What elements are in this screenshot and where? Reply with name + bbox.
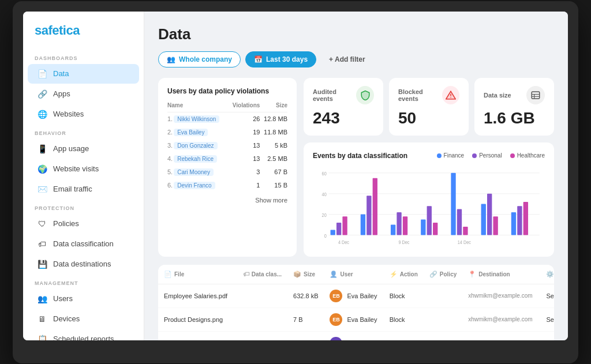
table-row: 6.Devin Franco 1 15 B <box>167 179 287 192</box>
table-row: Employee Salaries.pdf 632.8 kB EB Eva Ba… <box>158 284 554 307</box>
col-violations: Violations <box>228 102 260 112</box>
chart-svg: 60402004 Dec9 Dec14 Dec <box>313 167 545 247</box>
metric-label-datasize: Data size <box>484 92 511 99</box>
cell-destination: eva.bailey@personal.com <box>462 331 540 340</box>
company-filter-label: Whole company <box>179 55 232 63</box>
file-col-icon: 📄 <box>164 271 172 277</box>
svg-rect-2 <box>532 92 540 99</box>
svg-text:14 Dec: 14 Dec <box>458 239 471 245</box>
sidebar-item-label-website-visits: Website visits <box>53 164 99 173</box>
user-name: Rebekah... <box>347 340 377 340</box>
table-row: Product Designs.png 7 B EB Eva Bailey Bl… <box>158 307 554 331</box>
sidebar-item-devices[interactable]: 🖥 Devices <box>28 309 139 329</box>
legend-item-personal: Personal <box>472 152 502 159</box>
user-cell: EB Eva Bailey <box>330 313 377 326</box>
col-header-operation: ⚙️Operation <box>540 265 554 284</box>
cell-user: EB Eva Bailey <box>324 284 383 307</box>
date-filter-label: Last 30 days <box>266 55 308 63</box>
cell-destination: xhwmikm@example.com <box>462 284 540 307</box>
date-filter-button[interactable]: 📅 Last 30 days <box>245 51 316 67</box>
sidebar-item-website-visits[interactable]: 🌍 Website visits <box>28 159 139 179</box>
user-name: Eva Bailey <box>347 316 377 323</box>
policies-icon: 🛡 <box>37 219 47 229</box>
metric-value-datasize: 1.6 GB <box>484 109 545 127</box>
sidebar-item-data[interactable]: 📄 Data <box>28 64 139 84</box>
legend-item-finance: Finance <box>437 152 465 159</box>
svg-rect-28 <box>451 172 455 235</box>
users-icon: 👥 <box>37 294 47 304</box>
sidebar-item-label-scheduled-reports: Scheduled reports <box>53 335 114 340</box>
cell-operation: Sent via email <box>540 331 554 340</box>
cell-size: 8.8 kB <box>287 331 324 340</box>
chart-area: 60402004 Dec9 Dec14 Dec <box>313 167 545 247</box>
content-grid: Users by data policy violations Name Vio… <box>158 78 554 257</box>
sidebar-item-policies[interactable]: 🛡 Policies <box>28 214 139 234</box>
sidebar: safetica DASHBOARDS 📄 Data 🔗 Apps 🌐 Webs… <box>23 12 144 340</box>
sidebar-item-label-data-destinations: Data destinations <box>53 260 111 268</box>
sidebar-item-app-usage[interactable]: 📱 App usage <box>28 139 139 159</box>
sidebar-item-label-websites: Websites <box>53 110 84 118</box>
add-filter-button[interactable]: + Add filter <box>321 52 373 67</box>
sidebar-item-label-email-traffic: Email traffic <box>53 185 92 193</box>
filter-bar: 👥 Whole company 📅 Last 30 days + Add fil… <box>158 51 554 67</box>
metric-card-blocked: Blocked events 50 <box>389 78 469 136</box>
violations-card-title: Users by data policy violations <box>167 87 287 95</box>
svg-rect-36 <box>517 206 522 235</box>
chart-title: Events by data classification <box>313 152 407 160</box>
user-avatar: EB <box>330 290 342 302</box>
sidebar-item-scheduled-reports[interactable]: 📋 Scheduled reports <box>28 329 139 340</box>
sidebar-item-data-destinations[interactable]: 💾 Data destinations <box>28 254 139 274</box>
sidebar-item-websites[interactable]: 🌐 Websites <box>28 104 139 124</box>
cell-operation: Sent via email <box>540 307 554 331</box>
legend-label-finance: Finance <box>444 152 465 159</box>
svg-rect-32 <box>481 204 486 235</box>
legend-label-healthcare: Healthcare <box>517 152 545 159</box>
metric-value-audited: 243 <box>313 109 374 127</box>
logo: safetica <box>23 21 144 50</box>
col-header-destination: 📍Destination <box>462 265 540 284</box>
sidebar-item-label-apps: Apps <box>53 89 70 98</box>
svg-rect-33 <box>487 193 492 235</box>
svg-rect-30 <box>463 227 467 235</box>
cell-operation: Sent via email <box>540 284 554 307</box>
svg-rect-34 <box>493 216 498 235</box>
chart-header: Events by data classification Finance Pe… <box>313 152 545 160</box>
metric-card-datasize: Data size 1.6 GB <box>474 78 554 136</box>
metric-label-audited: Audited events <box>313 88 356 102</box>
svg-rect-14 <box>331 230 335 235</box>
col-header-size: 📦Size <box>287 265 324 284</box>
company-filter-button[interactable]: 👥 Whole company <box>158 51 241 67</box>
user-cell: EB Eva Bailey <box>330 290 377 302</box>
destination-col-icon: 📍 <box>468 271 476 277</box>
user-avatar: EB <box>330 313 342 326</box>
sidebar-item-email-traffic[interactable]: ✉️ Email traffic <box>28 179 139 199</box>
top-metrics: Audited events 243 Blocked events 50 Dat… <box>304 78 554 136</box>
add-filter-label: + Add filter <box>329 55 365 63</box>
data-icon: 📄 <box>37 69 47 79</box>
cell-file: Health Reports.wad <box>158 331 237 340</box>
data-classification-icon: 🏷 <box>37 239 47 249</box>
legend-dot-finance <box>437 153 442 158</box>
table-row: 2.Eva Bailey 19 11.8 MB <box>167 126 287 139</box>
sidebar-item-data-classification[interactable]: 🏷 Data classification <box>28 234 139 254</box>
size-col-icon: 📦 <box>293 271 301 277</box>
sidebar-item-users[interactable]: 👥 Users <box>28 289 139 309</box>
svg-text:60: 60 <box>322 171 327 177</box>
main-content: Data 👥 Whole company 📅 Last 30 days + Ad… <box>144 12 568 340</box>
table-icon <box>526 86 545 104</box>
sidebar-section-behavior: BEHAVIOR <box>23 125 144 138</box>
sidebar-item-apps[interactable]: 🔗 Apps <box>28 84 139 104</box>
show-more-button[interactable]: Show more <box>167 197 287 204</box>
data-table: 📄File🏷Data clas...📦Size👤User⚡Action🔗Poli… <box>158 265 554 340</box>
svg-text:9 Dec: 9 Dec <box>398 239 409 245</box>
table-row: 5.Cari Mooney 3 67 B <box>167 166 287 179</box>
company-icon: 👥 <box>167 55 175 63</box>
svg-rect-27 <box>433 222 437 235</box>
cell-file: Product Designs.png <box>158 307 237 331</box>
data_class-col-icon: 🏷 <box>243 271 249 277</box>
sidebar-item-label-data: Data <box>53 69 69 78</box>
svg-rect-21 <box>391 224 395 235</box>
col-name: Name <box>167 102 228 112</box>
col-header-action: ⚡Action <box>384 265 424 284</box>
metric-label-blocked: Blocked events <box>398 88 442 102</box>
